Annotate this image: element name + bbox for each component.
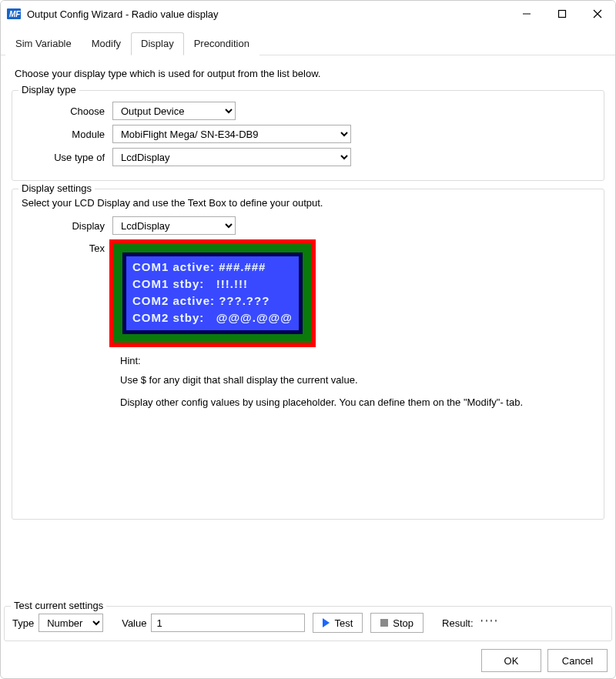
- test-type-select[interactable]: Number: [38, 614, 103, 632]
- hint-line-1: Use $ for any digit that shall display t…: [120, 374, 551, 386]
- hint-title: Hint:: [120, 355, 551, 366]
- group-display-type: Display type Choose Output Device Module…: [12, 90, 604, 181]
- intro-text: Choose your display type which is used f…: [15, 68, 604, 79]
- test-value-input[interactable]: [151, 614, 305, 632]
- text-label: Tex: [20, 239, 112, 254]
- lcd-line-2: COM1 stby: !!!.!!!: [132, 277, 248, 290]
- test-type-label: Type: [12, 617, 34, 629]
- play-icon: [323, 618, 330, 627]
- module-select[interactable]: MobiFlight Mega/ SN-E34-DB9: [112, 125, 351, 143]
- group-display-settings-legend: Display settings: [18, 182, 95, 194]
- test-button-label: Test: [334, 617, 353, 629]
- lcd-highlight: COM1 active: ###.### COM1 stby: !!!.!!! …: [109, 239, 316, 347]
- minimize-button[interactable]: [509, 1, 544, 27]
- usetype-label: Use type of: [20, 152, 112, 163]
- maximize-button[interactable]: [544, 1, 580, 27]
- tabs: Sim Variable Modify Display Precondition: [1, 27, 615, 55]
- display-select[interactable]: LcdDisplay: [112, 216, 236, 235]
- tab-display[interactable]: Display: [131, 32, 184, 55]
- group-test-settings: Test current settings Type Number Value …: [4, 606, 612, 641]
- stop-icon: [380, 619, 388, 627]
- lcd-line-4: COM2 stby: @@@.@@@: [132, 311, 293, 324]
- svg-text:MF: MF: [9, 10, 21, 18]
- group-display-settings: Display settings Select your LCD Display…: [12, 189, 604, 520]
- choose-select[interactable]: Output Device: [112, 102, 236, 120]
- group-test-legend: Test current settings: [11, 600, 106, 611]
- choose-label: Choose: [20, 105, 112, 117]
- result-value: ' ' ' ': [481, 617, 497, 629]
- group-display-type-legend: Display type: [18, 84, 79, 95]
- window-title: Output Config Wizard - Radio value displ…: [27, 8, 219, 20]
- display-settings-subtitle: Select your LCD Display and use the Text…: [22, 197, 596, 209]
- stop-button[interactable]: Stop: [370, 613, 424, 633]
- app-icon: MF: [7, 7, 21, 21]
- display-label: Display: [20, 220, 112, 232]
- tab-precondition[interactable]: Precondition: [184, 32, 259, 55]
- test-value-label: Value: [122, 617, 146, 629]
- close-button[interactable]: [580, 1, 615, 27]
- footer: OK Cancel: [1, 649, 615, 672]
- test-button[interactable]: Test: [313, 613, 363, 633]
- lcd-text-input[interactable]: COM1 active: ###.### COM1 stby: !!!.!!! …: [126, 256, 299, 330]
- svg-rect-3: [559, 11, 566, 18]
- titlebar: MF Output Config Wizard - Radio value di…: [1, 1, 615, 27]
- hint-line-2: Display other config values by using pla…: [120, 396, 551, 408]
- result-label: Result:: [442, 617, 473, 629]
- stop-button-label: Stop: [393, 617, 413, 629]
- cancel-button[interactable]: Cancel: [547, 649, 608, 672]
- tab-modify[interactable]: Modify: [82, 32, 131, 55]
- usetype-select[interactable]: LcdDisplay: [112, 148, 351, 166]
- module-label: Module: [20, 129, 112, 140]
- ok-button[interactable]: OK: [481, 649, 541, 672]
- lcd-line-1: COM1 active: ###.###: [132, 260, 266, 273]
- lcd-line-3: COM2 active: ???.???: [132, 294, 270, 307]
- tab-sim-variable[interactable]: Sim Variable: [5, 32, 82, 55]
